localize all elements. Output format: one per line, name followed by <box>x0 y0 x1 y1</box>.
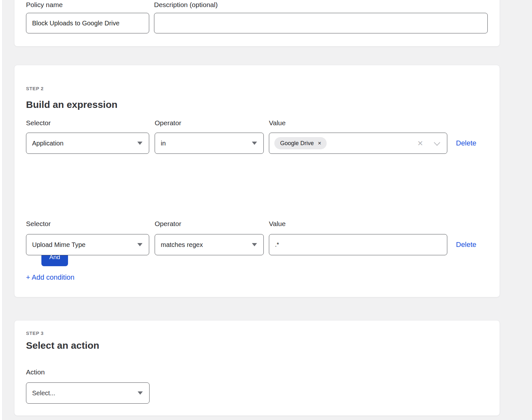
condition2-value-label: Value <box>269 220 286 228</box>
caret-down-icon <box>137 142 142 145</box>
select-action-card: STEP 3 Select an action Action Select... <box>14 320 500 416</box>
condition2-delete-link[interactable]: Delete <box>456 234 476 255</box>
chevron-down-icon[interactable] <box>434 139 440 146</box>
condition1-operator-value: in <box>161 140 252 147</box>
action-select-dropdown[interactable]: Select... <box>26 382 150 404</box>
policy-name-label: Policy name <box>26 1 63 9</box>
policy-details-card: Policy name Description (optional) <box>14 0 500 47</box>
condition1-selector-label: Selector <box>26 119 51 127</box>
condition2-selector-value: Upload Mime Type <box>32 241 137 249</box>
left-edge-strip <box>0 0 3 420</box>
condition1-delete-link[interactable]: Delete <box>456 133 476 154</box>
caret-down-icon <box>137 243 142 246</box>
condition1-delete-label: Delete <box>456 139 476 147</box>
clear-all-icon[interactable]: ✕ <box>417 133 423 154</box>
condition1-selector-value: Application <box>32 140 137 147</box>
action-select-value: Select... <box>32 389 138 397</box>
add-condition-link[interactable]: + Add condition <box>26 273 74 282</box>
description-label: Description (optional) <box>154 1 218 9</box>
step2-label: STEP 2 <box>26 86 44 91</box>
condition2-operator-value: matches regex <box>161 241 252 249</box>
caret-down-icon <box>252 243 257 246</box>
policy-builder-page: Policy name Description (optional) STEP … <box>0 0 532 420</box>
condition1-value-label: Value <box>269 119 286 127</box>
action-label: Action <box>26 368 45 376</box>
build-expression-card: STEP 2 Build an expression Selector Oper… <box>14 65 500 297</box>
value-tag-text: Google Drive <box>280 140 314 147</box>
value-tag: Google Drive ✕ <box>274 137 327 149</box>
condition1-operator-label: Operator <box>155 119 181 127</box>
description-input[interactable] <box>154 13 488 33</box>
condition2-delete-label: Delete <box>456 241 476 249</box>
condition1-selector-dropdown[interactable]: Application <box>26 133 149 154</box>
condition2-operator-dropdown[interactable]: matches regex <box>155 234 264 255</box>
condition1-value-multiselect[interactable]: Google Drive ✕ ✕ <box>269 133 447 154</box>
condition2-value-input[interactable] <box>269 234 447 255</box>
caret-down-icon <box>138 391 143 395</box>
step3-title: Select an action <box>26 340 99 351</box>
condition1-operator-dropdown[interactable]: in <box>155 133 264 154</box>
step2-title: Build an expression <box>26 99 117 110</box>
caret-down-icon <box>252 142 257 145</box>
condition2-selector-dropdown[interactable]: Upload Mime Type <box>26 234 149 255</box>
policy-name-input[interactable] <box>26 13 149 33</box>
condition2-operator-label: Operator <box>155 220 181 228</box>
tag-remove-icon[interactable]: ✕ <box>318 141 322 145</box>
step3-label: STEP 3 <box>26 330 44 336</box>
condition2-selector-label: Selector <box>26 220 51 228</box>
